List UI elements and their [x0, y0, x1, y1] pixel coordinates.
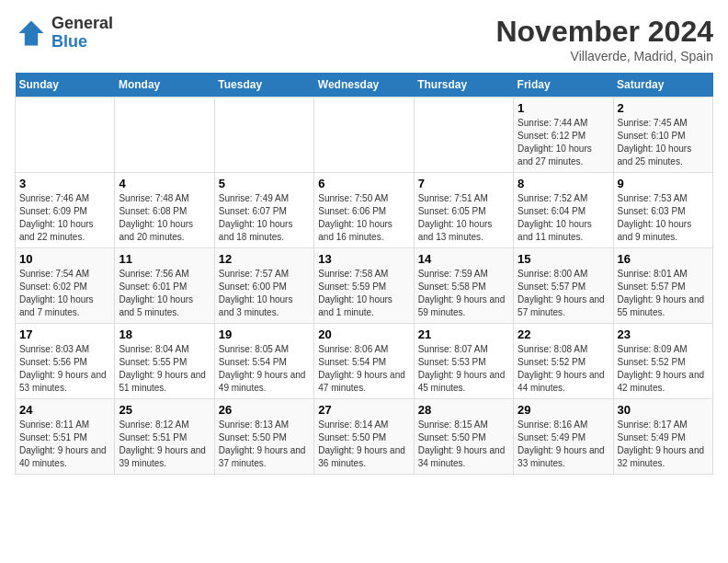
- day-number: 2: [618, 101, 709, 115]
- calendar-week-row: 1Sunrise: 7:44 AM Sunset: 6:12 PM Daylig…: [16, 98, 713, 173]
- calendar-cell: [16, 98, 115, 173]
- day-number: 8: [518, 177, 609, 190]
- calendar-cell: 2Sunrise: 7:45 AM Sunset: 6:10 PM Daylig…: [613, 98, 712, 173]
- logo-icon: [15, 17, 48, 50]
- day-info: Sunrise: 8:00 AM Sunset: 5:57 PM Dayligh…: [518, 268, 609, 319]
- day-info: Sunrise: 8:14 AM Sunset: 5:50 PM Dayligh…: [318, 419, 409, 470]
- title-section: November 2024 Villaverde, Madrid, Spain: [495, 15, 713, 63]
- day-info: Sunrise: 8:13 AM Sunset: 5:50 PM Dayligh…: [219, 419, 310, 470]
- day-info: Sunrise: 7:52 AM Sunset: 6:04 PM Dayligh…: [518, 192, 609, 244]
- calendar-table: SundayMondayTuesdayWednesdayThursdayFrid…: [15, 73, 713, 475]
- day-info: Sunrise: 7:59 AM Sunset: 5:58 PM Dayligh…: [418, 268, 509, 319]
- day-info: Sunrise: 8:15 AM Sunset: 5:50 PM Dayligh…: [418, 419, 509, 470]
- day-number: 3: [19, 177, 110, 190]
- day-info: Sunrise: 8:03 AM Sunset: 5:56 PM Dayligh…: [19, 343, 110, 395]
- day-number: 6: [318, 177, 409, 190]
- weekday-header: Sunday: [16, 73, 115, 98]
- day-info: Sunrise: 7:49 AM Sunset: 6:07 PM Dayligh…: [219, 192, 310, 244]
- day-number: 4: [119, 177, 210, 190]
- day-number: 5: [219, 177, 310, 190]
- day-info: Sunrise: 8:09 AM Sunset: 5:52 PM Dayligh…: [618, 343, 709, 395]
- calendar-cell: [115, 98, 214, 173]
- calendar-cell: 9Sunrise: 7:53 AM Sunset: 6:03 PM Daylig…: [613, 173, 712, 248]
- day-number: 17: [19, 327, 110, 341]
- day-number: 27: [318, 403, 409, 417]
- day-info: Sunrise: 8:05 AM Sunset: 5:54 PM Dayligh…: [219, 343, 310, 395]
- day-number: 19: [219, 327, 310, 341]
- day-number: 10: [19, 252, 110, 266]
- day-info: Sunrise: 7:50 AM Sunset: 6:06 PM Dayligh…: [318, 192, 409, 244]
- calendar-cell: 27Sunrise: 8:14 AM Sunset: 5:50 PM Dayli…: [314, 399, 414, 475]
- location: Villaverde, Madrid, Spain: [495, 49, 713, 63]
- calendar-cell: 1Sunrise: 7:44 AM Sunset: 6:12 PM Daylig…: [514, 98, 613, 173]
- calendar-cell: [314, 98, 414, 173]
- day-number: 1: [518, 101, 609, 115]
- day-info: Sunrise: 7:45 AM Sunset: 6:10 PM Dayligh…: [618, 117, 709, 168]
- month-title: November 2024: [495, 15, 713, 49]
- calendar-cell: 3Sunrise: 7:46 AM Sunset: 6:09 PM Daylig…: [16, 173, 115, 248]
- day-info: Sunrise: 8:07 AM Sunset: 5:53 PM Dayligh…: [418, 343, 509, 395]
- calendar-cell: 18Sunrise: 8:04 AM Sunset: 5:55 PM Dayli…: [115, 324, 214, 399]
- calendar-cell: 14Sunrise: 7:59 AM Sunset: 5:58 PM Dayli…: [414, 248, 513, 324]
- calendar-cell: 5Sunrise: 7:49 AM Sunset: 6:07 PM Daylig…: [214, 173, 313, 248]
- day-info: Sunrise: 8:12 AM Sunset: 5:51 PM Dayligh…: [119, 419, 210, 470]
- day-info: Sunrise: 8:17 AM Sunset: 5:49 PM Dayligh…: [618, 419, 709, 470]
- day-number: 26: [219, 403, 310, 417]
- weekday-header: Monday: [115, 73, 214, 98]
- calendar-cell: 4Sunrise: 7:48 AM Sunset: 6:08 PM Daylig…: [115, 173, 214, 248]
- calendar-cell: 24Sunrise: 8:11 AM Sunset: 5:51 PM Dayli…: [16, 399, 115, 475]
- day-number: 21: [418, 327, 509, 341]
- weekday-header: Saturday: [613, 73, 712, 98]
- calendar-cell: [214, 98, 313, 173]
- day-number: 24: [19, 403, 110, 417]
- day-info: Sunrise: 8:08 AM Sunset: 5:52 PM Dayligh…: [518, 343, 609, 395]
- calendar-week-row: 24Sunrise: 8:11 AM Sunset: 5:51 PM Dayli…: [16, 399, 713, 475]
- weekday-header: Wednesday: [314, 73, 414, 98]
- calendar-cell: 20Sunrise: 8:06 AM Sunset: 5:54 PM Dayli…: [314, 324, 414, 399]
- svg-marker-0: [19, 20, 44, 45]
- calendar-cell: 11Sunrise: 7:56 AM Sunset: 6:01 PM Dayli…: [115, 248, 214, 324]
- day-number: 23: [618, 327, 709, 341]
- day-number: 29: [518, 403, 609, 417]
- day-number: 9: [618, 177, 709, 190]
- logo: General Blue: [15, 15, 113, 52]
- calendar-body: 1Sunrise: 7:44 AM Sunset: 6:12 PM Daylig…: [16, 98, 713, 475]
- day-number: 25: [119, 403, 210, 417]
- day-info: Sunrise: 7:53 AM Sunset: 6:03 PM Dayligh…: [618, 192, 709, 244]
- calendar-cell: 23Sunrise: 8:09 AM Sunset: 5:52 PM Dayli…: [613, 324, 712, 399]
- day-number: 22: [518, 327, 609, 341]
- calendar-cell: 19Sunrise: 8:05 AM Sunset: 5:54 PM Dayli…: [214, 324, 313, 399]
- calendar-cell: 28Sunrise: 8:15 AM Sunset: 5:50 PM Dayli…: [414, 399, 513, 475]
- calendar-cell: [414, 98, 513, 173]
- day-info: Sunrise: 8:04 AM Sunset: 5:55 PM Dayligh…: [119, 343, 210, 395]
- day-number: 18: [119, 327, 210, 341]
- weekday-header: Friday: [514, 73, 613, 98]
- calendar-header: SundayMondayTuesdayWednesdayThursdayFrid…: [16, 73, 713, 98]
- day-number: 14: [418, 252, 509, 266]
- day-info: Sunrise: 7:58 AM Sunset: 5:59 PM Dayligh…: [318, 268, 409, 319]
- calendar-cell: 15Sunrise: 8:00 AM Sunset: 5:57 PM Dayli…: [514, 248, 613, 324]
- calendar-week-row: 3Sunrise: 7:46 AM Sunset: 6:09 PM Daylig…: [16, 173, 713, 248]
- logo-text: General Blue: [51, 15, 113, 52]
- day-number: 7: [418, 177, 509, 190]
- day-number: 15: [518, 252, 609, 266]
- header: General Blue November 2024 Villaverde, M…: [15, 15, 713, 63]
- day-number: 16: [618, 252, 709, 266]
- calendar-cell: 16Sunrise: 8:01 AM Sunset: 5:57 PM Dayli…: [613, 248, 712, 324]
- calendar-cell: 17Sunrise: 8:03 AM Sunset: 5:56 PM Dayli…: [16, 324, 115, 399]
- calendar-cell: 26Sunrise: 8:13 AM Sunset: 5:50 PM Dayli…: [214, 399, 313, 475]
- calendar-cell: 30Sunrise: 8:17 AM Sunset: 5:49 PM Dayli…: [613, 399, 712, 475]
- day-info: Sunrise: 7:48 AM Sunset: 6:08 PM Dayligh…: [119, 192, 210, 244]
- calendar-week-row: 10Sunrise: 7:54 AM Sunset: 6:02 PM Dayli…: [16, 248, 713, 324]
- day-info: Sunrise: 7:56 AM Sunset: 6:01 PM Dayligh…: [119, 268, 210, 319]
- day-number: 11: [119, 252, 210, 266]
- day-info: Sunrise: 7:46 AM Sunset: 6:09 PM Dayligh…: [19, 192, 110, 244]
- calendar-cell: 10Sunrise: 7:54 AM Sunset: 6:02 PM Dayli…: [16, 248, 115, 324]
- day-info: Sunrise: 8:06 AM Sunset: 5:54 PM Dayligh…: [318, 343, 409, 395]
- day-number: 12: [219, 252, 310, 266]
- day-number: 30: [618, 403, 709, 417]
- calendar-week-row: 17Sunrise: 8:03 AM Sunset: 5:56 PM Dayli…: [16, 324, 713, 399]
- day-number: 20: [318, 327, 409, 341]
- weekday-header: Tuesday: [214, 73, 313, 98]
- day-info: Sunrise: 8:11 AM Sunset: 5:51 PM Dayligh…: [19, 419, 110, 470]
